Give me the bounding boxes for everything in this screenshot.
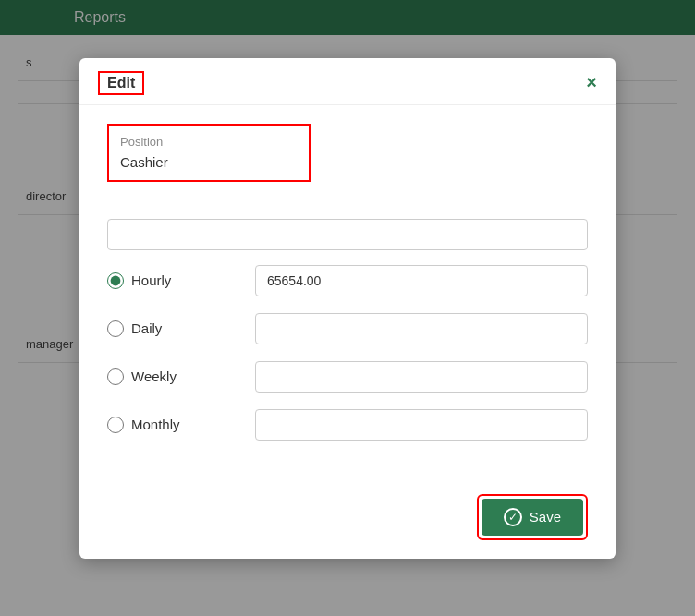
monthly-value-input[interactable] xyxy=(255,409,588,441)
save-button[interactable]: ✓ Save xyxy=(482,499,583,536)
modal-overlay: Edit × Position Hourly xyxy=(0,0,695,616)
modal-title: Edit xyxy=(98,71,144,95)
position-input[interactable] xyxy=(120,154,298,170)
edit-modal: Edit × Position Hourly xyxy=(79,58,616,559)
hourly-value-input[interactable] xyxy=(255,265,588,296)
position-label: Position xyxy=(120,135,298,149)
modal-header: Edit × xyxy=(79,58,616,105)
save-button-wrapper: ✓ Save xyxy=(477,494,588,540)
radio-monthly[interactable] xyxy=(107,417,124,433)
radio-daily[interactable] xyxy=(107,320,124,337)
radio-monthly-label[interactable]: Monthly xyxy=(131,417,180,432)
radio-row-weekly: Weekly xyxy=(107,361,588,393)
radio-row-monthly: Monthly xyxy=(107,409,588,441)
radio-row-daily: Daily xyxy=(107,313,588,344)
modal-body: Position Hourly xyxy=(79,105,616,485)
radio-hourly[interactable] xyxy=(107,272,124,289)
position-field-group: Position xyxy=(107,124,311,182)
check-circle-icon: ✓ xyxy=(504,508,522,526)
radio-weekly[interactable] xyxy=(107,368,124,385)
radio-daily-label[interactable]: Daily xyxy=(131,320,162,336)
radio-weekly-label[interactable]: Weekly xyxy=(131,368,177,384)
modal-footer: ✓ Save xyxy=(79,485,616,559)
radio-row-hourly: Hourly xyxy=(107,265,588,296)
close-button[interactable]: × xyxy=(586,72,597,93)
save-label: Save xyxy=(530,509,561,525)
full-text-input[interactable] xyxy=(107,219,588,250)
daily-value-input[interactable] xyxy=(255,313,588,344)
full-input-row xyxy=(107,219,588,250)
radio-hourly-label[interactable]: Hourly xyxy=(131,272,171,288)
weekly-value-input[interactable] xyxy=(255,361,588,393)
